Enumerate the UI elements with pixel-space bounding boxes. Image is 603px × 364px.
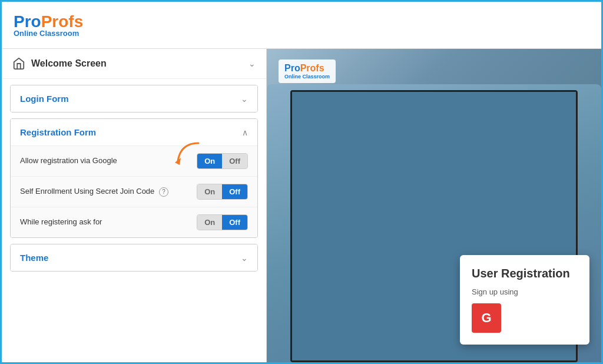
left-panel: Welcome Screen ⌄ Login Form ⌄ Registrati…: [2, 49, 267, 362]
app-frame: ProProfs Online Classroom Welcome Screen…: [0, 0, 603, 364]
logo-subtitle: Online Classroom: [14, 29, 83, 38]
login-form-chevron-icon: ⌄: [241, 94, 248, 104]
preview-background: ProProfs Online Classroom User Registrat…: [267, 49, 601, 362]
google-reg-toggle[interactable]: On Off: [197, 153, 248, 169]
secret-join-row: Self Enrollment Using Secret Join Code ?…: [11, 176, 257, 207]
login-form-title: Login Form: [20, 94, 69, 104]
google-reg-on-button[interactable]: On: [197, 154, 222, 168]
secret-join-label: Self Enrollment Using Secret Join Code ?: [20, 186, 197, 197]
registration-form-header[interactable]: Registration Form ∧: [11, 119, 257, 145]
right-panel: ProProfs Online Classroom User Registrat…: [267, 49, 601, 362]
logo-pro: Pro: [14, 12, 41, 31]
help-icon[interactable]: ?: [159, 187, 168, 197]
home-icon: [12, 57, 25, 70]
google-sign-in-button[interactable]: G: [472, 303, 501, 333]
registration-form-card: Registration Form ∧ Allow registration v…: [10, 118, 258, 238]
body-split: Welcome Screen ⌄ Login Form ⌄ Registrati…: [2, 49, 601, 362]
welcome-screen-row[interactable]: Welcome Screen ⌄: [2, 49, 266, 79]
theme-chevron-icon: ⌄: [241, 253, 248, 263]
secret-join-toggle[interactable]: On Off: [197, 184, 248, 200]
registration-preview-card: User Registration Sign up using G: [460, 255, 589, 345]
ask-for-on-button[interactable]: On: [197, 215, 222, 230]
preview-logo-profs: Profs: [300, 63, 324, 73]
theme-header[interactable]: Theme ⌄: [11, 244, 257, 271]
preview-logo: ProProfs Online Classroom: [279, 59, 336, 83]
ask-for-toggle[interactable]: On Off: [197, 214, 248, 230]
logo-profs: Profs: [41, 12, 84, 31]
welcome-chevron-icon: ⌄: [249, 59, 256, 68]
google-reg-label: Allow registration via Google: [20, 155, 197, 166]
preview-logo-pro: Pro: [284, 63, 300, 73]
google-reg-row: Allow registration via Google On Off: [11, 145, 257, 176]
app-header: ProProfs Online Classroom: [2, 2, 601, 49]
registration-form-chevron-icon: ∧: [242, 128, 248, 137]
login-form-card: Login Form ⌄: [10, 85, 258, 112]
reg-card-title: User Registration: [472, 267, 578, 280]
theme-card: Theme ⌄: [10, 244, 258, 272]
preview-logo-subtitle: Online Classroom: [284, 74, 330, 80]
secret-join-on-button[interactable]: On: [197, 184, 222, 199]
reg-card-subtitle: Sign up using: [472, 287, 578, 296]
registration-form-title: Registration Form: [20, 127, 96, 137]
theme-title: Theme: [20, 253, 241, 263]
google-reg-off-button[interactable]: Off: [222, 154, 247, 168]
secret-join-off-button[interactable]: Off: [222, 184, 247, 199]
logo: ProProfs Online Classroom: [14, 12, 83, 38]
ask-for-label: While registering ask for: [20, 217, 197, 227]
ask-for-row: While registering ask for On Off: [11, 207, 257, 237]
login-form-header[interactable]: Login Form ⌄: [11, 85, 257, 112]
ask-for-off-button[interactable]: Off: [222, 215, 247, 230]
welcome-screen-title: Welcome Screen: [31, 58, 249, 69]
